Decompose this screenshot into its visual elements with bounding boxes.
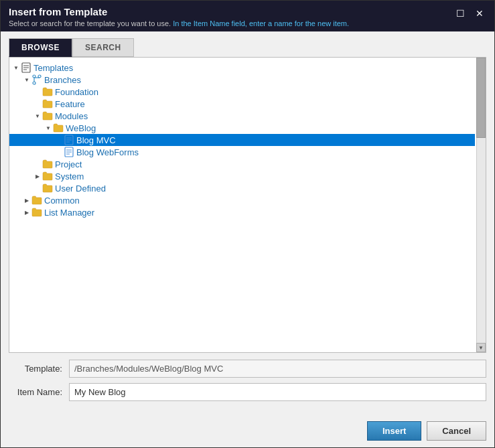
restore-button[interactable]: ☐: [453, 7, 468, 19]
tree-item-label: Blog MVC: [76, 135, 116, 145]
close-button[interactable]: ✕: [473, 7, 486, 19]
toggle-icon[interactable]: [12, 64, 20, 72]
tab-browse[interactable]: BROWSE: [9, 38, 72, 57]
item-name-input[interactable]: [69, 383, 486, 401]
tab-search[interactable]: SEARCH: [72, 38, 134, 57]
tree-container: Templates Branches Foundation Feature Mo…: [9, 57, 486, 353]
tree-item-system[interactable]: System: [9, 170, 475, 182]
scrollbar-track: ▲ ▼: [476, 58, 486, 352]
item-name-row: Item Name:: [9, 383, 486, 401]
tree-item-userdefined[interactable]: User Defined: [9, 182, 475, 194]
folder-icon: [42, 171, 53, 181]
tree-item-feature[interactable]: Feature: [9, 98, 475, 110]
subtitle-plain: Select or search for the template you wa…: [9, 19, 173, 27]
subtitle-highlight: In the Item Name field, enter a name for…: [173, 19, 349, 27]
cancel-button[interactable]: Cancel: [427, 421, 486, 441]
folder-icon: [42, 183, 53, 194]
form-section: Template: Item Name:: [9, 353, 486, 410]
folder-icon: [42, 86, 53, 97]
toggle-icon[interactable]: [33, 112, 42, 120]
toggle-icon[interactable]: [23, 76, 31, 84]
folder-icon: [42, 110, 53, 121]
tree-inner: Templates Branches Foundation Feature Mo…: [9, 62, 486, 218]
tree-item-label: Common: [44, 196, 80, 206]
scrollbar-down[interactable]: ▼: [476, 343, 486, 352]
tree-item-weblog[interactable]: WeBlog: [9, 122, 475, 134]
title-bar: Insert from Template Select or search fo…: [1, 1, 494, 31]
toggle-icon[interactable]: [33, 172, 42, 180]
dialog-content: BROWSE SEARCH Templates Branches Foundat…: [1, 31, 494, 417]
template-row: Template:: [9, 360, 486, 378]
tree-item-modules[interactable]: Modules: [9, 110, 475, 122]
svg-point-6: [33, 82, 36, 84]
tree-item-blogmvc[interactable]: Blog MVC: [9, 134, 475, 146]
dialog-subtitle: Select or search for the template you wa…: [9, 19, 349, 27]
tree-item-label: List Manager: [44, 208, 94, 218]
tree-item-branches[interactable]: Branches: [9, 74, 475, 86]
template-icon: [21, 62, 31, 73]
folder-icon: [53, 123, 64, 133]
template-item-icon: [64, 147, 74, 157]
tree-item-label: Foundation: [55, 87, 98, 97]
dialog-footer: Insert Cancel: [1, 417, 494, 447]
insert-button[interactable]: Insert: [367, 421, 421, 441]
title-bar-controls: ☐ ✕: [453, 7, 486, 19]
dialog-title: Insert from Template: [9, 6, 349, 17]
tree-item-project[interactable]: Project: [9, 158, 475, 170]
item-name-label: Item Name:: [9, 387, 69, 397]
folder-icon: [31, 195, 42, 206]
tree-item-label: Branches: [44, 75, 81, 85]
template-input[interactable]: [69, 360, 486, 378]
tree-item-label: Feature: [55, 99, 85, 109]
tree-item-label: User Defined: [55, 183, 106, 194]
template-item-icon: [64, 135, 74, 145]
tree-item-common[interactable]: Common: [9, 194, 475, 206]
tree-item-foundation[interactable]: Foundation: [9, 86, 475, 98]
tab-bar: BROWSE SEARCH: [9, 38, 486, 57]
toggle-icon[interactable]: [23, 208, 31, 216]
tree-item-label: WeBlog: [66, 123, 96, 133]
tree-item-blogwebforms[interactable]: Blog WebForms: [9, 146, 475, 158]
tree-item-label: Modules: [55, 111, 88, 121]
folder-icon: [42, 159, 53, 169]
toggle-icon[interactable]: [44, 124, 52, 132]
toggle-icon[interactable]: [23, 196, 31, 204]
template-label: Template:: [9, 364, 69, 374]
insert-from-template-dialog: Insert from Template Select or search fo…: [0, 0, 495, 448]
tree-item-listmanager[interactable]: List Manager: [9, 206, 475, 218]
tree-item-label: Project: [55, 159, 82, 169]
tree-item-label: Templates: [33, 63, 73, 73]
title-bar-left: Insert from Template Select or search fo…: [9, 6, 349, 27]
tree-item-label: System: [55, 171, 84, 181]
scrollbar-thumb[interactable]: [476, 58, 486, 138]
tree-item-templates[interactable]: Templates: [9, 62, 475, 74]
folder-icon: [42, 98, 53, 109]
folder-icon: [31, 207, 42, 218]
tree-item-label: Blog WebForms: [76, 147, 139, 157]
branch-icon: [31, 74, 42, 85]
